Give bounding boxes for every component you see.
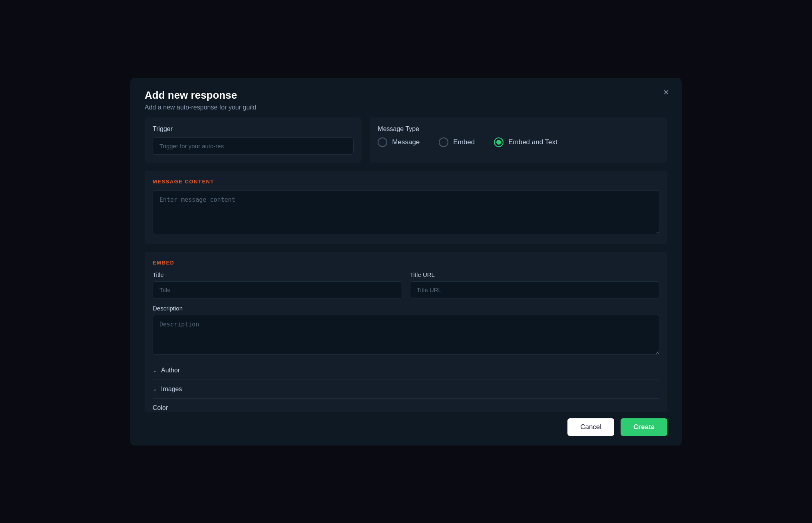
modal-footer: Cancel Create <box>130 412 682 445</box>
modal-overlay: Add new response Add a new auto-response… <box>0 0 812 523</box>
images-collapsible[interactable]: ⌄ Images <box>153 380 659 399</box>
modal-title: Add new response <box>145 89 667 101</box>
embed-section: EMBED Title Title URL Description <box>145 252 667 412</box>
radio-group: Message Embed Embed and Text <box>378 137 659 147</box>
title-url-row: Title Title URL <box>153 271 659 298</box>
description-field-group: Description <box>153 305 659 355</box>
color-label: Color <box>153 404 168 412</box>
radio-option-embed[interactable]: Embed <box>439 137 475 147</box>
modal-body: Trigger Message Type Message Embed <box>130 117 682 412</box>
modal-dialog: Add new response Add a new auto-response… <box>130 78 682 445</box>
create-button[interactable]: Create <box>621 418 667 436</box>
radio-circle-embed <box>439 137 448 147</box>
author-label: Author <box>161 367 180 374</box>
cancel-button[interactable]: Cancel <box>567 418 614 436</box>
description-label: Description <box>153 305 659 312</box>
radio-circle-message <box>378 137 387 147</box>
title-url-label: Title URL <box>410 271 659 278</box>
color-row: Color <box>153 399 659 412</box>
description-textarea[interactable] <box>153 315 659 355</box>
message-content-textarea[interactable] <box>153 190 659 234</box>
images-label: Images <box>161 386 182 393</box>
top-row: Trigger Message Type Message Embed <box>145 117 667 163</box>
embed-heading: EMBED <box>153 260 659 266</box>
modal-header: Add new response Add a new auto-response… <box>130 78 682 117</box>
message-content-heading: MESSAGE CONTENT <box>153 179 659 185</box>
radio-label-embed: Embed <box>453 138 475 146</box>
trigger-section: Trigger <box>145 117 362 163</box>
images-chevron-icon: ⌄ <box>153 386 157 392</box>
title-field-group: Title <box>153 271 402 298</box>
title-input[interactable] <box>153 281 402 298</box>
radio-label-message: Message <box>392 138 420 146</box>
close-button[interactable]: × <box>660 86 672 99</box>
radio-option-embed-text[interactable]: Embed and Text <box>494 137 557 147</box>
title-url-input[interactable] <box>410 281 659 298</box>
radio-label-embed-text: Embed and Text <box>508 138 557 146</box>
message-type-section: Message Type Message Embed Embed a <box>370 117 667 163</box>
title-url-field-group: Title URL <box>410 271 659 298</box>
title-label: Title <box>153 271 402 278</box>
trigger-input[interactable] <box>153 137 354 155</box>
message-type-label: Message Type <box>378 125 659 133</box>
modal-subtitle: Add a new auto-response for your guild <box>145 104 667 111</box>
message-content-section: MESSAGE CONTENT <box>145 171 667 244</box>
author-collapsible[interactable]: ⌄ Author <box>153 361 659 380</box>
radio-option-message[interactable]: Message <box>378 137 420 147</box>
trigger-label: Trigger <box>153 125 354 133</box>
author-chevron-icon: ⌄ <box>153 367 157 373</box>
radio-circle-embed-text <box>494 137 504 147</box>
